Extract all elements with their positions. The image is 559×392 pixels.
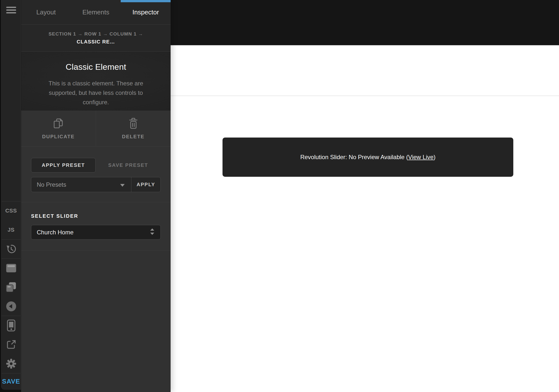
slider-message-prefix: Revolution Slider: No Preview Available … xyxy=(300,154,408,160)
slider-select-value: Church Home xyxy=(37,229,74,236)
element-title: Classic Element xyxy=(21,62,171,72)
slider-select[interactable]: Church Home xyxy=(31,225,161,240)
tab-elements-label: Elements xyxy=(82,8,109,16)
chevron-up-down-icon xyxy=(150,228,154,236)
external-link-icon xyxy=(6,339,16,350)
templates-button[interactable] xyxy=(1,278,21,297)
element-info-card: Classic Element This is a classic elemen… xyxy=(21,52,171,111)
breadcrumb-current: CLASSIC RE… xyxy=(77,39,115,45)
save-preset-button[interactable]: SAVE PRESET xyxy=(96,162,161,168)
history-button[interactable] xyxy=(1,239,21,258)
save-button[interactable]: SAVE xyxy=(1,373,21,390)
preset-controls: APPLY PRESET SAVE PRESET No Presets APPL… xyxy=(21,146,171,202)
hamburger-icon xyxy=(6,7,16,13)
panel-empty-area xyxy=(21,250,171,392)
view-live-link[interactable]: View Live xyxy=(408,154,434,160)
page-builder-app: CSS JS xyxy=(0,0,559,392)
delete-label: DELETE xyxy=(122,134,145,140)
select-slider-label: SELECT SLIDER xyxy=(31,213,161,219)
canvas-area: Revolution Slider: No Preview Available … xyxy=(170,0,559,392)
css-label: CSS xyxy=(5,208,17,214)
history-icon xyxy=(6,244,16,254)
tab-layout[interactable]: Layout xyxy=(21,0,71,24)
inspector-panel: Layout Elements Inspector SECTION 1 → RO… xyxy=(21,0,171,392)
delete-button[interactable]: DELETE xyxy=(96,111,171,146)
apply-button[interactable]: APPLY xyxy=(131,177,160,192)
preset-apply-group: No Presets APPLY xyxy=(31,177,161,192)
js-label: JS xyxy=(8,227,15,233)
phone-icon xyxy=(7,320,15,331)
element-description: This is a classic element. These are sup… xyxy=(21,79,171,107)
apply-preset-button[interactable]: APPLY PRESET xyxy=(31,158,96,173)
left-toolbar: CSS JS xyxy=(1,0,21,390)
browser-window-icon xyxy=(6,264,16,273)
section-divider-line xyxy=(170,95,559,96)
preview-header-bar xyxy=(170,0,559,45)
preset-select-value: No Presets xyxy=(37,181,66,188)
mobile-preview-button[interactable] xyxy=(1,316,21,335)
duplicate-label: DUPLICATE xyxy=(42,134,75,140)
caret-down-icon xyxy=(120,181,125,188)
slider-placeholder-text: Revolution Slider: No Preview Available … xyxy=(300,154,436,161)
preview-canvas[interactable]: Revolution Slider: No Preview Available … xyxy=(170,45,559,392)
menu-button[interactable] xyxy=(1,0,21,20)
js-button[interactable]: JS xyxy=(1,220,21,239)
preview-window-button[interactable] xyxy=(1,258,21,278)
tab-inspector-label: Inspector xyxy=(132,8,159,16)
trash-icon xyxy=(129,118,138,130)
gear-icon xyxy=(6,358,16,369)
revolution-slider-placeholder[interactable]: Revolution Slider: No Preview Available … xyxy=(223,138,513,177)
tab-elements[interactable]: Elements xyxy=(71,0,121,24)
settings-button[interactable] xyxy=(1,354,21,373)
duplicate-icon xyxy=(53,118,64,130)
tab-inspector[interactable]: Inspector xyxy=(121,0,171,24)
active-tab-indicator xyxy=(121,0,171,2)
circle-arrow-left-icon xyxy=(6,301,17,312)
layered-windows-icon xyxy=(6,282,17,292)
css-button[interactable]: CSS xyxy=(1,201,21,220)
element-actions: DUPLICATE DELETE xyxy=(21,111,171,146)
breadcrumb: SECTION 1 → ROW 1 → COLUMN 1 → CLASSIC R… xyxy=(21,25,171,52)
slider-message-suffix: ) xyxy=(434,154,436,160)
preset-select[interactable]: No Presets xyxy=(31,177,131,192)
select-slider-field: SELECT SLIDER Church Home xyxy=(21,202,171,250)
tab-layout-label: Layout xyxy=(36,8,56,16)
collapse-panel-button[interactable] xyxy=(1,297,21,316)
panel-tabs: Layout Elements Inspector xyxy=(21,0,171,25)
open-live-button[interactable] xyxy=(1,335,21,354)
breadcrumb-trail[interactable]: SECTION 1 → ROW 1 → COLUMN 1 → xyxy=(48,31,143,37)
duplicate-button[interactable]: DUPLICATE xyxy=(21,111,96,146)
save-label: SAVE xyxy=(2,378,20,385)
